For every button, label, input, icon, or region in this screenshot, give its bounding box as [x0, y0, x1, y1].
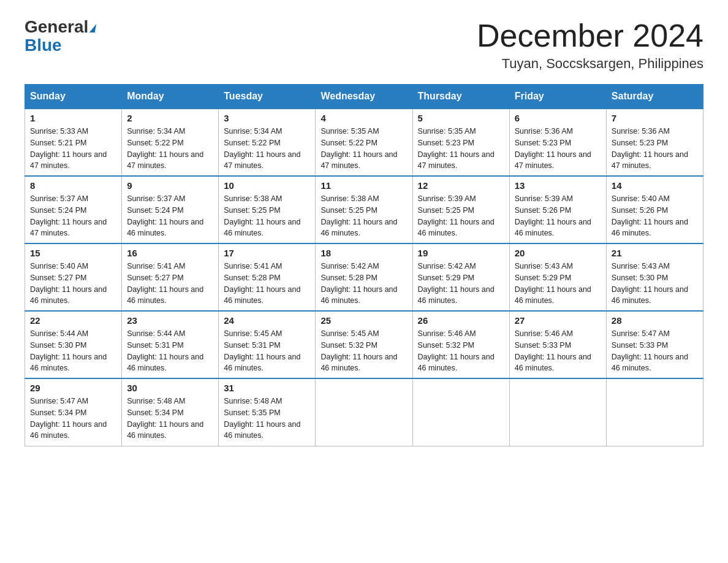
calendar-cell: 10 Sunrise: 5:38 AMSunset: 5:25 PMDaylig…: [219, 176, 316, 243]
day-number: 6: [515, 113, 601, 123]
day-info: Sunrise: 5:40 AMSunset: 5:26 PMDaylight:…: [612, 193, 698, 239]
calendar-cell: 5 Sunrise: 5:35 AMSunset: 5:23 PMDayligh…: [412, 109, 509, 176]
day-number: 4: [320, 113, 407, 123]
day-info: Sunrise: 5:33 AMSunset: 5:21 PMDaylight:…: [30, 126, 116, 172]
day-info: Sunrise: 5:34 AMSunset: 5:22 PMDaylight:…: [127, 126, 213, 172]
calendar-week-row: 22 Sunrise: 5:44 AMSunset: 5:30 PMDaylig…: [25, 311, 703, 378]
weekday-header-wednesday: Wednesday: [316, 85, 412, 109]
day-info: Sunrise: 5:39 AMSunset: 5:26 PMDaylight:…: [515, 193, 601, 239]
calendar-cell: [606, 378, 703, 446]
calendar-cell: [412, 378, 509, 446]
calendar-cell: 1 Sunrise: 5:33 AMSunset: 5:21 PMDayligh…: [25, 109, 122, 176]
day-info: Sunrise: 5:47 AMSunset: 5:34 PMDaylight:…: [30, 396, 116, 442]
day-info: Sunrise: 5:46 AMSunset: 5:33 PMDaylight:…: [515, 328, 601, 374]
day-number: 22: [30, 315, 116, 326]
day-number: 7: [612, 113, 698, 123]
weekday-header-sunday: Sunday: [25, 85, 122, 109]
calendar-cell: 30 Sunrise: 5:48 AMSunset: 5:34 PMDaylig…: [122, 378, 219, 446]
day-number: 17: [224, 248, 310, 258]
calendar-cell: 18 Sunrise: 5:42 AMSunset: 5:28 PMDaylig…: [316, 243, 412, 311]
weekday-header-tuesday: Tuesday: [219, 85, 316, 109]
day-info: Sunrise: 5:38 AMSunset: 5:25 PMDaylight:…: [224, 193, 310, 239]
day-info: Sunrise: 5:36 AMSunset: 5:23 PMDaylight:…: [515, 126, 601, 172]
calendar-week-row: 1 Sunrise: 5:33 AMSunset: 5:21 PMDayligh…: [25, 109, 703, 176]
day-info: Sunrise: 5:45 AMSunset: 5:32 PMDaylight:…: [320, 328, 407, 374]
calendar-cell: 23 Sunrise: 5:44 AMSunset: 5:31 PMDaylig…: [122, 311, 219, 378]
day-info: Sunrise: 5:34 AMSunset: 5:22 PMDaylight:…: [224, 126, 310, 172]
day-number: 3: [224, 113, 310, 123]
day-info: Sunrise: 5:44 AMSunset: 5:31 PMDaylight:…: [127, 328, 213, 374]
calendar-cell: 28 Sunrise: 5:47 AMSunset: 5:33 PMDaylig…: [606, 311, 703, 378]
calendar-cell: 29 Sunrise: 5:47 AMSunset: 5:34 PMDaylig…: [25, 378, 122, 446]
day-info: Sunrise: 5:42 AMSunset: 5:28 PMDaylight:…: [320, 261, 407, 307]
day-info: Sunrise: 5:37 AMSunset: 5:24 PMDaylight:…: [30, 193, 116, 239]
weekday-header-monday: Monday: [122, 85, 219, 109]
calendar-cell: 16 Sunrise: 5:41 AMSunset: 5:27 PMDaylig…: [122, 243, 219, 311]
day-number: 26: [418, 315, 504, 326]
day-number: 30: [127, 383, 213, 393]
day-info: Sunrise: 5:43 AMSunset: 5:30 PMDaylight:…: [612, 261, 698, 307]
weekday-header-friday: Friday: [509, 85, 606, 109]
calendar-cell: 13 Sunrise: 5:39 AMSunset: 5:26 PMDaylig…: [509, 176, 606, 243]
calendar-cell: 19 Sunrise: 5:42 AMSunset: 5:29 PMDaylig…: [412, 243, 509, 311]
day-info: Sunrise: 5:45 AMSunset: 5:31 PMDaylight:…: [224, 328, 310, 374]
weekday-header-row: SundayMondayTuesdayWednesdayThursdayFrid…: [25, 85, 703, 109]
calendar-cell: 25 Sunrise: 5:45 AMSunset: 5:32 PMDaylig…: [316, 311, 412, 378]
calendar-cell: [316, 378, 412, 446]
logo-blue: Blue: [25, 37, 62, 54]
day-info: Sunrise: 5:43 AMSunset: 5:29 PMDaylight:…: [515, 261, 601, 307]
calendar-week-row: 29 Sunrise: 5:47 AMSunset: 5:34 PMDaylig…: [25, 378, 703, 446]
day-number: 12: [418, 180, 504, 191]
day-number: 19: [418, 248, 504, 258]
calendar-cell: 11 Sunrise: 5:38 AMSunset: 5:25 PMDaylig…: [316, 176, 412, 243]
location-subtitle: Tuyan, Soccsksargen, Philippines: [477, 56, 703, 72]
day-number: 18: [320, 248, 407, 258]
day-info: Sunrise: 5:46 AMSunset: 5:32 PMDaylight:…: [418, 328, 504, 374]
day-number: 13: [515, 180, 601, 191]
day-info: Sunrise: 5:36 AMSunset: 5:23 PMDaylight:…: [612, 126, 698, 172]
day-number: 14: [612, 180, 698, 191]
day-info: Sunrise: 5:48 AMSunset: 5:35 PMDaylight:…: [224, 396, 310, 442]
weekday-header-saturday: Saturday: [606, 85, 703, 109]
day-number: 27: [515, 315, 601, 326]
day-number: 1: [30, 113, 116, 123]
calendar-cell: 2 Sunrise: 5:34 AMSunset: 5:22 PMDayligh…: [122, 109, 219, 176]
day-number: 2: [127, 113, 213, 123]
calendar-cell: 3 Sunrise: 5:34 AMSunset: 5:22 PMDayligh…: [219, 109, 316, 176]
day-number: 24: [224, 315, 310, 326]
weekday-header-thursday: Thursday: [412, 85, 509, 109]
day-info: Sunrise: 5:39 AMSunset: 5:25 PMDaylight:…: [418, 193, 504, 239]
calendar-week-row: 8 Sunrise: 5:37 AMSunset: 5:24 PMDayligh…: [25, 176, 703, 243]
day-info: Sunrise: 5:41 AMSunset: 5:27 PMDaylight:…: [127, 261, 213, 307]
day-number: 23: [127, 315, 213, 326]
title-section: December 2024 Tuyan, Soccsksargen, Phili…: [477, 18, 703, 72]
logo: General Blue: [25, 18, 96, 54]
day-number: 20: [515, 248, 601, 258]
day-info: Sunrise: 5:35 AMSunset: 5:22 PMDaylight:…: [320, 126, 407, 172]
day-info: Sunrise: 5:37 AMSunset: 5:24 PMDaylight:…: [127, 193, 213, 239]
logo-general: General: [25, 17, 88, 36]
day-info: Sunrise: 5:44 AMSunset: 5:30 PMDaylight:…: [30, 328, 116, 374]
calendar-week-row: 15 Sunrise: 5:40 AMSunset: 5:27 PMDaylig…: [25, 243, 703, 311]
month-title: December 2024: [477, 18, 703, 53]
day-number: 31: [224, 383, 310, 393]
calendar-cell: 14 Sunrise: 5:40 AMSunset: 5:26 PMDaylig…: [606, 176, 703, 243]
calendar-table: SundayMondayTuesdayWednesdayThursdayFrid…: [25, 84, 703, 446]
day-number: 25: [320, 315, 407, 326]
calendar-cell: [509, 378, 606, 446]
calendar-cell: 9 Sunrise: 5:37 AMSunset: 5:24 PMDayligh…: [122, 176, 219, 243]
calendar-cell: 6 Sunrise: 5:36 AMSunset: 5:23 PMDayligh…: [509, 109, 606, 176]
calendar-cell: 26 Sunrise: 5:46 AMSunset: 5:32 PMDaylig…: [412, 311, 509, 378]
day-number: 15: [30, 248, 116, 258]
page-header: General Blue December 2024 Tuyan, Soccsk…: [25, 18, 703, 72]
calendar-cell: 20 Sunrise: 5:43 AMSunset: 5:29 PMDaylig…: [509, 243, 606, 311]
day-number: 5: [418, 113, 504, 123]
calendar-cell: 22 Sunrise: 5:44 AMSunset: 5:30 PMDaylig…: [25, 311, 122, 378]
day-info: Sunrise: 5:47 AMSunset: 5:33 PMDaylight:…: [612, 328, 698, 374]
calendar-cell: 8 Sunrise: 5:37 AMSunset: 5:24 PMDayligh…: [25, 176, 122, 243]
day-number: 16: [127, 248, 213, 258]
day-info: Sunrise: 5:42 AMSunset: 5:29 PMDaylight:…: [418, 261, 504, 307]
calendar-cell: 17 Sunrise: 5:41 AMSunset: 5:28 PMDaylig…: [219, 243, 316, 311]
day-info: Sunrise: 5:35 AMSunset: 5:23 PMDaylight:…: [418, 126, 504, 172]
day-number: 29: [30, 383, 116, 393]
